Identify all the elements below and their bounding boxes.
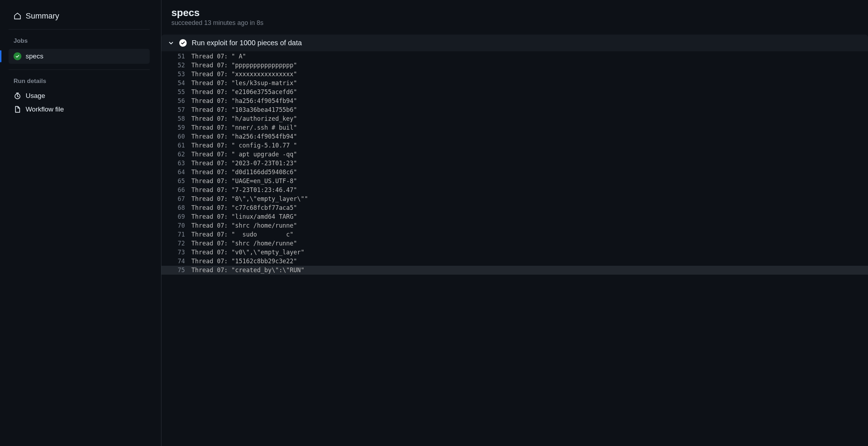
summary-link[interactable]: Summary — [9, 9, 150, 24]
step-header[interactable]: Run exploit for 1000 pieces of data — [161, 35, 868, 51]
sidebar: Summary Jobs specs Run details — [0, 0, 161, 446]
log-line: 59Thread 07: "nner/.ssh # buil" — [161, 123, 868, 132]
line-number: 52 — [171, 61, 191, 70]
log-line: 54Thread 07: "les/k3sup-matrix" — [161, 79, 868, 88]
main: specs succeeded 13 minutes ago in 8s Run… — [161, 0, 868, 446]
log-line: 57Thread 07: "103a36bea41755b6" — [161, 105, 868, 114]
success-icon — [14, 52, 21, 60]
line-text: Thread 07: "7-23T01:23:46.47" — [191, 186, 297, 195]
line-number: 61 — [171, 141, 191, 150]
line-number: 65 — [171, 177, 191, 186]
summary-label: Summary — [26, 11, 59, 21]
log-line: 69Thread 07: "linux/amd64 TARG" — [161, 212, 868, 221]
line-number: 59 — [171, 123, 191, 132]
log-line: 63Thread 07: "2023-07-23T01:23" — [161, 159, 868, 168]
line-number: 66 — [171, 186, 191, 195]
line-number: 56 — [171, 97, 191, 105]
line-text: Thread 07: "2023-07-23T01:23" — [191, 159, 297, 168]
jobs-heading: Jobs — [9, 35, 150, 47]
line-number: 51 — [171, 52, 191, 61]
log-line: 53Thread 07: "xxxxxxxxxxxxxxxx" — [161, 70, 868, 79]
line-text: Thread 07: "shrc /home/runne" — [191, 239, 297, 248]
check-circle-icon — [179, 39, 187, 47]
line-number: 62 — [171, 150, 191, 159]
line-text: Thread 07: "0\",\"empty_layer\"" — [191, 195, 308, 203]
line-number: 57 — [171, 105, 191, 114]
log-line: 58Thread 07: "h/authorized_key" — [161, 114, 868, 123]
line-text: Thread 07: "e2106e3755acefd6" — [191, 88, 297, 97]
line-text: Thread 07: " sudo c" — [191, 230, 294, 239]
log-line: 74Thread 07: "15162c8bb29c3e22" — [161, 257, 868, 266]
line-number: 70 — [171, 221, 191, 230]
page-subtitle: succeeded 13 minutes ago in 8s — [171, 19, 858, 27]
log-line: 52Thread 07: "pppppppppppppppp" — [161, 61, 868, 70]
home-icon — [14, 12, 21, 20]
line-text: Thread 07: "103a36bea41755b6" — [191, 105, 297, 114]
log-line: 64Thread 07: "d0d1166dd59408c6" — [161, 168, 868, 177]
step-container: Run exploit for 1000 pieces of data 51Th… — [161, 35, 868, 446]
page-title: specs — [171, 7, 858, 19]
log-line: 70Thread 07: "shrc /home/runne" — [161, 221, 868, 230]
line-number: 58 — [171, 114, 191, 123]
log-line: 60Thread 07: "ha256:4f9054fb94" — [161, 132, 868, 141]
stopwatch-icon — [14, 92, 21, 100]
line-text: Thread 07: "les/k3sup-matrix" — [191, 79, 297, 88]
line-text: Thread 07: "linux/amd64 TARG" — [191, 212, 297, 221]
log-line: 66Thread 07: "7-23T01:23:46.47" — [161, 186, 868, 195]
log-output[interactable]: 51Thread 07: " A"52Thread 07: "ppppppppp… — [161, 51, 868, 446]
log-line: 73Thread 07: "v0\",\"empty_layer" — [161, 248, 868, 257]
line-text: Thread 07: " apt upgrade -qq" — [191, 150, 297, 159]
log-line: 62Thread 07: " apt upgrade -qq" — [161, 150, 868, 159]
line-number: 73 — [171, 248, 191, 257]
sidebar-item-usage[interactable]: Usage — [9, 89, 150, 103]
line-text: Thread 07: "ha256:4f9054fb94" — [191, 97, 297, 105]
log-line: 61Thread 07: " config-5.10.77 " — [161, 141, 868, 150]
line-text: Thread 07: " A" — [191, 52, 246, 61]
line-number: 53 — [171, 70, 191, 79]
line-text: Thread 07: "shrc /home/runne" — [191, 221, 297, 230]
line-number: 55 — [171, 88, 191, 97]
line-text: Thread 07: "UAGE=en_US.UTF-8" — [191, 177, 297, 186]
step-title: Run exploit for 1000 pieces of data — [192, 39, 302, 47]
line-text: Thread 07: "ha256:4f9054fb94" — [191, 132, 297, 141]
workflow-file-label: Workflow file — [26, 105, 64, 113]
log-line: 51Thread 07: " A" — [161, 52, 868, 61]
chevron-down-icon — [168, 40, 174, 46]
line-number: 75 — [171, 266, 191, 275]
sidebar-item-specs[interactable]: specs — [9, 49, 150, 64]
line-text: Thread 07: "xxxxxxxxxxxxxxxx" — [191, 70, 297, 79]
usage-label: Usage — [26, 92, 45, 100]
line-text: Thread 07: "v0\",\"empty_layer" — [191, 248, 304, 257]
log-line: 75Thread 07: "created_by\":\"RUN" — [161, 266, 868, 275]
line-number: 64 — [171, 168, 191, 177]
log-line: 71Thread 07: " sudo c" — [161, 230, 868, 239]
line-text: Thread 07: " config-5.10.77 " — [191, 141, 297, 150]
page-header: specs succeeded 13 minutes ago in 8s — [161, 0, 868, 35]
line-text: Thread 07: "pppppppppppppppp" — [191, 61, 297, 70]
line-number: 67 — [171, 195, 191, 203]
log-line: 65Thread 07: "UAGE=en_US.UTF-8" — [161, 177, 868, 186]
line-text: Thread 07: "d0d1166dd59408c6" — [191, 168, 297, 177]
log-line: 56Thread 07: "ha256:4f9054fb94" — [161, 97, 868, 105]
sidebar-item-workflow-file[interactable]: Workflow file — [9, 103, 150, 116]
log-line: 68Thread 07: "c77c68fcbf77aca5" — [161, 203, 868, 212]
line-number: 69 — [171, 212, 191, 221]
line-text: Thread 07: "c77c68fcbf77aca5" — [191, 203, 297, 212]
line-text: Thread 07: "15162c8bb29c3e22" — [191, 257, 297, 266]
log-line: 67Thread 07: "0\",\"empty_layer\"" — [161, 195, 868, 203]
line-number: 63 — [171, 159, 191, 168]
line-number: 60 — [171, 132, 191, 141]
line-number: 68 — [171, 203, 191, 212]
log-line: 72Thread 07: "shrc /home/runne" — [161, 239, 868, 248]
line-number: 74 — [171, 257, 191, 266]
run-details-heading: Run details — [9, 76, 150, 87]
line-number: 71 — [171, 230, 191, 239]
log-line: 55Thread 07: "e2106e3755acefd6" — [161, 88, 868, 97]
line-text: Thread 07: "h/authorized_key" — [191, 114, 297, 123]
line-text: Thread 07: "nner/.ssh # buil" — [191, 123, 297, 132]
line-number: 54 — [171, 79, 191, 88]
line-text: Thread 07: "created_by\":\"RUN" — [191, 266, 304, 275]
file-icon — [14, 105, 21, 113]
line-number: 72 — [171, 239, 191, 248]
job-label: specs — [26, 52, 43, 60]
